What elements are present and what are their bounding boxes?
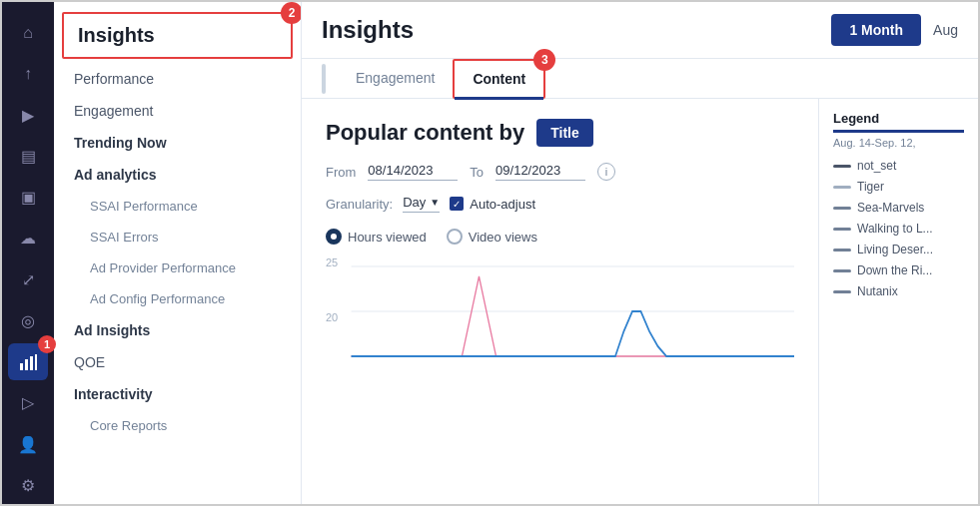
tab-engagement[interactable]: Engagement bbox=[338, 60, 453, 99]
nav-item-ad-analytics[interactable]: Ad analytics bbox=[54, 159, 301, 191]
date-row: From 08/14/2023 To 09/12/2023 i bbox=[326, 163, 794, 181]
legend-line-not-set bbox=[833, 165, 851, 168]
popular-content-title: Popular content by bbox=[326, 120, 524, 146]
sidebar-icon-users[interactable]: 👤 bbox=[8, 426, 48, 463]
radio-dot-filled bbox=[326, 229, 342, 245]
sidebar-icon-settings[interactable]: ⚙ bbox=[8, 467, 48, 504]
chart-svg bbox=[326, 256, 794, 396]
to-date[interactable]: 09/12/2023 bbox=[495, 163, 585, 181]
main-content: Insights 1 Month Aug Engagement Content … bbox=[302, 2, 978, 504]
legend-item-living: Living Deser... bbox=[833, 243, 964, 256]
nav-item-engagement[interactable]: Engagement bbox=[54, 95, 301, 127]
legend-item-down: Down the Ri... bbox=[833, 263, 964, 277]
svg-rect-0 bbox=[20, 363, 23, 370]
popular-content-header: Popular content by Title bbox=[326, 119, 794, 147]
legend-item-not-set: not_set bbox=[833, 159, 964, 173]
nav-item-performance[interactable]: Performance bbox=[54, 63, 301, 95]
nav-item-ssai-performance[interactable]: SSAI Performance bbox=[54, 191, 301, 222]
nav-item-interactivity[interactable]: Interactivity bbox=[54, 378, 301, 410]
from-date[interactable]: 08/14/2023 bbox=[368, 163, 458, 181]
nav-sidebar: Insights 2 Performance Engagement Trendi… bbox=[54, 2, 302, 504]
sidebar-icon-cloud[interactable]: ☁ bbox=[8, 220, 48, 256]
sidebar-icon-play[interactable]: ▷ bbox=[8, 384, 48, 421]
legend-item-sea-marvels: Sea-Marvels bbox=[833, 201, 964, 215]
from-label: From bbox=[326, 165, 356, 180]
step1-badge: 1 bbox=[38, 335, 56, 353]
granularity-select[interactable]: Day ▼ bbox=[403, 195, 440, 213]
top-bar: Insights 1 Month Aug bbox=[302, 2, 978, 59]
to-label: To bbox=[470, 165, 484, 180]
svg-rect-1 bbox=[25, 359, 28, 370]
auto-adjust-checkbox[interactable]: Auto-adjust bbox=[450, 197, 535, 212]
legend-line-tiger bbox=[833, 186, 851, 189]
radio-dot-empty bbox=[447, 229, 463, 245]
tab-divider bbox=[322, 64, 326, 94]
nav-title-box: Insights 2 bbox=[62, 12, 293, 59]
legend-item-nutanix: Nutanix bbox=[833, 284, 964, 298]
nav-item-ad-provider-perf[interactable]: Ad Provider Performance bbox=[54, 253, 301, 283]
tabs-bar: Engagement Content 3 bbox=[302, 59, 978, 99]
page-title: Insights bbox=[322, 16, 414, 44]
legend-line-living bbox=[833, 249, 851, 252]
radio-hours-viewed[interactable]: Hours viewed bbox=[326, 229, 427, 245]
legend-line-sea-marvels bbox=[833, 207, 851, 210]
granularity-row: Granularity: Day ▼ Auto-adjust bbox=[326, 195, 794, 213]
nav-item-qoe[interactable]: QOE bbox=[54, 346, 301, 378]
sidebar-icon-video[interactable]: ▶ bbox=[8, 97, 48, 134]
nav-item-ssai-errors[interactable]: SSAI Errors bbox=[54, 222, 301, 253]
legend-item-walking: Walking to L... bbox=[833, 222, 964, 236]
step3-badge: 3 bbox=[533, 49, 555, 71]
sidebar-icon-share[interactable]: ⤢ bbox=[8, 261, 48, 298]
sidebar-icon-ear[interactable]: ◎ bbox=[8, 302, 48, 339]
granularity-label: Granularity: bbox=[326, 197, 393, 212]
month-button[interactable]: 1 Month bbox=[831, 14, 921, 46]
auto-adjust-label: Auto-adjust bbox=[470, 197, 535, 212]
legend-date: Aug. 14-Sep. 12, bbox=[833, 137, 964, 149]
top-bar-controls: 1 Month Aug bbox=[831, 14, 958, 46]
chart-area-svg: 25 20 bbox=[326, 256, 794, 396]
title-button[interactable]: Title bbox=[536, 119, 593, 147]
legend-panel: Legend Aug. 14-Sep. 12, not_set Tiger Se… bbox=[818, 99, 978, 504]
radio-video-views[interactable]: Video views bbox=[447, 229, 537, 245]
sidebar-icon-tv[interactable]: ▣ bbox=[8, 179, 48, 216]
legend-line-walking bbox=[833, 228, 851, 231]
legend-title: Legend bbox=[833, 111, 964, 133]
legend-line-down bbox=[833, 269, 851, 272]
legend-item-tiger: Tiger bbox=[833, 180, 964, 194]
sidebar-icon-trending[interactable]: ↑ bbox=[8, 55, 48, 92]
checkbox-checked bbox=[450, 197, 464, 211]
radio-row: Hours viewed Video views bbox=[326, 229, 794, 245]
nav-item-trending-now[interactable]: Trending Now bbox=[54, 127, 301, 159]
nav-title: Insights bbox=[78, 24, 155, 46]
sidebar-icon-home[interactable]: ⌂ bbox=[8, 14, 48, 51]
tab-content[interactable]: Content 3 bbox=[453, 59, 545, 99]
svg-rect-2 bbox=[30, 356, 33, 370]
content-body: Popular content by Title From 08/14/2023… bbox=[302, 99, 978, 504]
y-axis-20: 20 bbox=[326, 311, 338, 323]
chart-area: Popular content by Title From 08/14/2023… bbox=[302, 99, 818, 504]
nav-item-ad-config-perf[interactable]: Ad Config Performance bbox=[54, 283, 301, 314]
info-icon[interactable]: i bbox=[597, 163, 615, 181]
sidebar-icon-film[interactable]: ▤ bbox=[8, 138, 48, 175]
icon-sidebar: ⌂ ↑ ▶ ▤ ▣ ☁ ⤢ ◎ 1 ▷ 👤 ⚙ bbox=[2, 2, 54, 504]
step2-badge: 2 bbox=[281, 2, 302, 24]
sidebar-icon-analytics[interactable]: 1 bbox=[8, 343, 48, 380]
nav-item-core-reports[interactable]: Core Reports bbox=[54, 410, 301, 441]
legend-line-nutanix bbox=[833, 290, 851, 293]
svg-rect-3 bbox=[35, 354, 37, 370]
aug-label: Aug bbox=[933, 22, 958, 38]
y-axis-25: 25 bbox=[326, 256, 338, 268]
nav-item-ad-insights[interactable]: Ad Insights bbox=[54, 314, 301, 346]
